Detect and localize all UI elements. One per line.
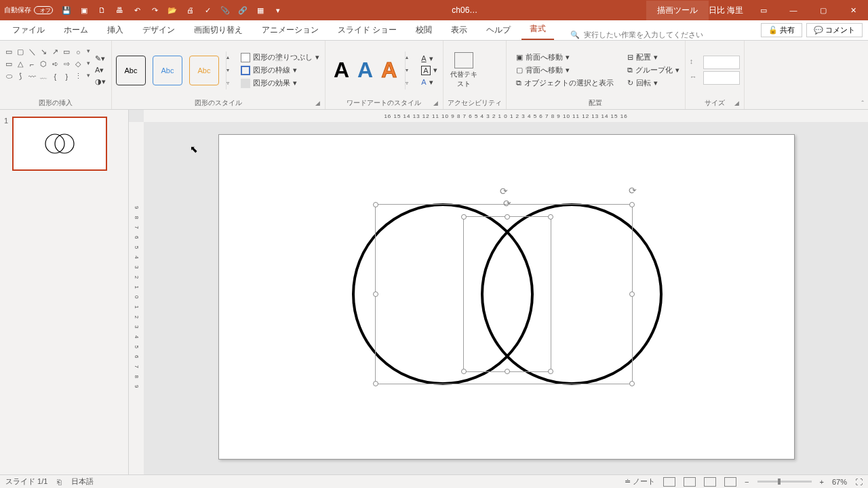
group-size: ↕ ↔ サイズ ◢ bbox=[686, 41, 745, 109]
dialog-launcher-icon[interactable]: ◢ bbox=[315, 100, 323, 108]
shape-height-input[interactable] bbox=[703, 56, 740, 69]
text-outline-button[interactable]: A▾ bbox=[420, 65, 438, 76]
share-button[interactable]: 🔓 共有 bbox=[761, 23, 802, 37]
open-icon[interactable]: 📂 bbox=[167, 5, 178, 16]
mouse-cursor-icon: ⬉ bbox=[190, 144, 198, 155]
new-file-icon[interactable]: 🗋 bbox=[96, 5, 107, 16]
fit-to-window-icon[interactable]: ⛶ bbox=[855, 478, 863, 486]
zoom-level[interactable]: 67% bbox=[832, 478, 847, 486]
tab-transitions[interactable]: 画面切り替え bbox=[186, 20, 251, 40]
normal-view-icon[interactable] bbox=[663, 477, 675, 487]
shape-width-input[interactable] bbox=[703, 71, 740, 85]
minimize-icon[interactable]: — bbox=[778, 0, 808, 20]
spellcheck-icon[interactable]: ✓ bbox=[202, 5, 213, 16]
rotate-button[interactable]: ↻ 回転 ▾ bbox=[626, 77, 681, 89]
from-beginning-icon[interactable]: ▣ bbox=[79, 5, 90, 16]
zoom-in-button[interactable]: + bbox=[820, 478, 824, 486]
workspace: 1 16 15 14 13 12 11 10 9 8 7 6 5 4 3 2 1… bbox=[0, 110, 868, 474]
send-backward-button[interactable]: ▢ 背面へ移動 ▾ bbox=[515, 64, 615, 76]
text-effects-button[interactable]: A▾ bbox=[420, 77, 438, 87]
align-button[interactable]: ⊟ 配置 ▾ bbox=[626, 52, 681, 63]
tab-home[interactable]: ホーム bbox=[56, 20, 96, 40]
tab-review[interactable]: 校閲 bbox=[408, 20, 440, 40]
alt-text-icon bbox=[454, 52, 473, 68]
comment-button[interactable]: 💬 コメント bbox=[806, 23, 863, 37]
height-icon: ↕ bbox=[690, 57, 701, 68]
tell-me-search[interactable]: 🔍 実行したい作業を入力してください bbox=[570, 30, 703, 40]
rotate-handle-icon[interactable]: ⟳ bbox=[500, 186, 508, 197]
autosave-switch[interactable]: オフ bbox=[34, 6, 53, 14]
wordart-preset-2[interactable]: A bbox=[357, 58, 373, 83]
shape-effects-button[interactable]: 図形の効果 ▾ bbox=[239, 77, 321, 89]
sorter-view-icon[interactable] bbox=[684, 477, 696, 487]
ribbon-display-icon[interactable]: ▭ bbox=[749, 0, 778, 20]
group-objects-button[interactable]: ⧉ グループ化 ▾ bbox=[626, 64, 681, 76]
tab-animations[interactable]: アニメーション bbox=[254, 20, 327, 40]
style-preset-3[interactable]: Abc bbox=[189, 56, 219, 85]
tab-design[interactable]: デザイン bbox=[134, 20, 183, 40]
slide-thumbnail-1[interactable] bbox=[12, 117, 107, 171]
tab-format[interactable]: 書式 bbox=[521, 19, 554, 40]
maximize-icon[interactable]: ▢ bbox=[808, 0, 838, 20]
selection-intersection[interactable]: ⟳ bbox=[463, 216, 551, 372]
shape-outline-button[interactable]: 図形の枠線 ▾ bbox=[239, 64, 321, 76]
shape-styles-gallery[interactable]: Abc Abc Abc ▴▾▿ bbox=[116, 52, 235, 89]
edit-shape-button[interactable]: ✎▾ bbox=[94, 54, 107, 64]
gallery-more-icon[interactable]: ▴▾▿ bbox=[226, 52, 235, 89]
notes-button[interactable]: ≐ ノート bbox=[625, 476, 655, 487]
text-fill-button[interactable]: A▾ bbox=[420, 54, 438, 64]
dialog-launcher-icon[interactable]: ◢ bbox=[734, 100, 743, 108]
merge-shapes-button[interactable]: ◑▾ bbox=[94, 77, 107, 87]
tab-insert[interactable]: 挿入 bbox=[99, 20, 132, 40]
style-preset-2[interactable]: Abc bbox=[153, 56, 182, 85]
wordart-preset-1[interactable]: A bbox=[334, 58, 349, 83]
slide-indicator[interactable]: スライド 1/1 bbox=[5, 476, 47, 487]
collapse-ribbon-icon[interactable]: ˆ bbox=[861, 100, 864, 108]
print-icon[interactable]: 🖶 bbox=[114, 5, 125, 16]
slide-editor[interactable]: 16 15 14 13 12 11 10 9 8 7 6 5 4 3 2 1 0… bbox=[129, 110, 868, 474]
wordart-gallery[interactable]: A A A ▴▾▿ bbox=[330, 52, 418, 89]
ruler-horizontal: 16 15 14 13 12 11 10 9 8 7 6 5 4 3 2 1 0… bbox=[144, 110, 868, 122]
gallery-more-icon[interactable]: ▴▾▿ bbox=[405, 52, 414, 89]
attach-icon[interactable]: 📎 bbox=[220, 5, 231, 16]
qat-more-icon[interactable]: ▾ bbox=[273, 5, 283, 16]
tab-view[interactable]: 表示 bbox=[443, 20, 475, 40]
save-icon[interactable]: 💾 bbox=[61, 5, 72, 16]
undo-icon[interactable]: ↶ bbox=[132, 5, 142, 16]
close-icon[interactable]: ✕ bbox=[838, 0, 868, 20]
link-icon[interactable]: 🔗 bbox=[237, 5, 248, 16]
rotate-handle-icon[interactable]: ⟳ bbox=[503, 198, 511, 209]
redo-icon[interactable]: ↷ bbox=[149, 5, 160, 16]
style-preset-1[interactable]: Abc bbox=[116, 56, 146, 85]
zoom-slider[interactable] bbox=[757, 481, 812, 483]
spellcheck-status-icon[interactable]: ⎗ bbox=[57, 478, 62, 486]
slide-thumbnail-panel[interactable]: 1 bbox=[0, 110, 129, 474]
wordart-preset-3[interactable]: A bbox=[381, 58, 397, 83]
ribbon: ▭▢＼↘↗▭○▾ ▭△⌐⬡➪⇨◇▾ ⬭⟆〰﹏{}⋮▾ ✎▾ A▾ ◑▾ 図形の挿… bbox=[0, 41, 868, 110]
reading-view-icon[interactable] bbox=[704, 477, 716, 487]
group-arrange: ▣ 前面へ移動 ▾ ▢ 背面へ移動 ▾ ⧉ オブジェクトの選択と表示 ⊟ 配置 … bbox=[507, 41, 686, 109]
quick-print-icon[interactable]: 🖨 bbox=[184, 5, 195, 16]
language-indicator[interactable]: 日本語 bbox=[71, 476, 94, 487]
title-bar: 自動保存 オフ 💾 ▣ 🗋 🖶 ↶ ↷ 📂 🖨 ✓ 📎 🔗 ▦ ▾ ch06… … bbox=[0, 0, 868, 20]
tab-file[interactable]: ファイル bbox=[4, 20, 53, 40]
autosave-toggle[interactable]: 自動保存 オフ bbox=[4, 5, 53, 15]
shapes-gallery[interactable]: ▭▢＼↘↗▭○▾ ▭△⌐⬡➪⇨◇▾ ⬭⟆〰﹏{}⋮▾ bbox=[4, 46, 92, 95]
group-accessibility: 代替テキスト アクセシビリティ bbox=[443, 41, 507, 109]
selection-pane-button[interactable]: ⧉ オブジェクトの選択と表示 bbox=[515, 77, 615, 89]
slideshow-view-icon[interactable] bbox=[724, 477, 736, 487]
window-title: ch06… bbox=[283, 5, 646, 15]
text-box-button[interactable]: A▾ bbox=[94, 65, 107, 75]
tab-help[interactable]: ヘルプ bbox=[478, 20, 519, 40]
shape-fill-button[interactable]: 図形の塗りつぶし ▾ bbox=[239, 52, 321, 63]
rotate-handle-icon[interactable]: ⟳ bbox=[629, 185, 637, 196]
user-name[interactable]: 日比 海里 bbox=[709, 5, 743, 16]
slide-canvas[interactable]: ⟳ ⟳ ⟳ bbox=[218, 134, 795, 460]
macro-icon[interactable]: ▦ bbox=[255, 5, 266, 16]
dialog-launcher-icon[interactable]: ◢ bbox=[433, 100, 441, 108]
tab-slideshow[interactable]: スライド ショー bbox=[330, 20, 405, 40]
zoom-out-button[interactable]: − bbox=[745, 478, 749, 486]
bring-forward-button[interactable]: ▣ 前面へ移動 ▾ bbox=[515, 52, 615, 63]
alt-text-button[interactable]: 代替テキスト bbox=[448, 52, 480, 89]
context-tab-drawing[interactable]: 描画ツール bbox=[646, 1, 709, 20]
